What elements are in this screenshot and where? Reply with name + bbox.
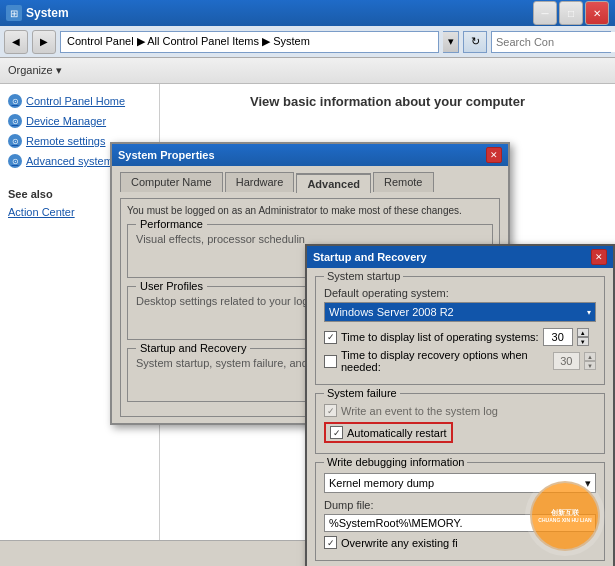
sar-close-button[interactable]: ✕: [591, 249, 607, 265]
default-os-arrow: ▾: [587, 308, 591, 317]
auto-restart-label: Automatically restart: [347, 427, 447, 439]
toolbar: Organize ▾: [0, 58, 615, 84]
recovery-options-label: Time to display recovery options when ne…: [341, 349, 549, 373]
minimize-button[interactable]: ─: [533, 1, 557, 25]
path-text: Control Panel ▶ All Control Panel Items …: [67, 35, 310, 48]
system-startup-title: System startup: [324, 270, 403, 282]
write-event-checkbox[interactable]: [324, 404, 337, 417]
recovery-time-down[interactable]: ▼: [584, 361, 596, 370]
write-event-row: Write an event to the system log: [324, 404, 596, 417]
os-list-time-field[interactable]: 30: [543, 328, 573, 346]
debug-type-value: Kernel memory dump: [329, 477, 434, 489]
system-failure-group: System failure Write an event to the sys…: [315, 393, 605, 454]
overwrite-checkbox[interactable]: [324, 536, 337, 549]
default-os-label: Default operating system:: [324, 287, 596, 299]
computer-info: [174, 119, 601, 131]
auto-restart-highlighted-row: Automatically restart: [324, 422, 453, 443]
recovery-options-checkbox[interactable]: [324, 355, 337, 368]
sidebar-item-device-manager[interactable]: ⊙ Device Manager: [8, 114, 151, 128]
tab-remote[interactable]: Remote: [373, 172, 434, 192]
user-profiles-group-title: User Profiles: [136, 280, 207, 292]
failure-items: Write an event to the system log Automat…: [324, 404, 596, 445]
performance-group-title: Performance: [136, 218, 207, 230]
refresh-button[interactable]: ↻: [463, 31, 487, 53]
admin-notice: You must be logged on as an Administrato…: [127, 205, 493, 216]
forward-icon: ▶: [40, 36, 48, 47]
default-os-value: Windows Server 2008 R2: [329, 306, 454, 318]
sar-title-text: Startup and Recovery: [313, 251, 427, 263]
tab-hardware[interactable]: Hardware: [225, 172, 295, 192]
recovery-time-field[interactable]: 30: [553, 352, 580, 370]
close-button[interactable]: ✕: [585, 1, 609, 25]
remote-settings-icon: ⊙: [8, 134, 22, 148]
default-os-dropdown[interactable]: Windows Server 2008 R2 ▾: [324, 302, 596, 322]
dialog-title-bar: System Properties ✕: [112, 144, 508, 166]
auto-restart-checkbox[interactable]: [330, 426, 343, 439]
os-list-label: Time to display list of operating system…: [341, 331, 539, 343]
sidebar-item-control-panel-home[interactable]: ⊙ Control Panel Home: [8, 94, 151, 108]
dialog-title-text: System Properties: [118, 149, 215, 161]
os-list-checkbox[interactable]: [324, 331, 337, 344]
watermark-line1: 创新互联: [551, 508, 579, 517]
sidebar-item-label: Advanced system: [26, 155, 113, 167]
dump-file-value: %SystemRoot%\MEMORY.: [329, 517, 462, 529]
title-bar: ⊞ System ─ □ ✕: [0, 0, 615, 26]
tab-computer-name[interactable]: Computer Name: [120, 172, 223, 192]
watermark-line2: CHUANG XIN HU LIAN: [538, 517, 591, 524]
sidebar-item-label: Device Manager: [26, 115, 106, 127]
watermark-inner: 创新互联 CHUANG XIN HU LIAN: [530, 481, 600, 551]
sidebar-item-label: Control Panel Home: [26, 95, 125, 107]
action-center-label: Action Center: [8, 206, 75, 218]
address-bar: ◀ ▶ Control Panel ▶ All Control Panel It…: [0, 26, 615, 58]
device-manager-icon: ⊙: [8, 114, 22, 128]
os-list-time-up[interactable]: ▲: [577, 328, 589, 337]
tab-bar: Computer Name Hardware Advanced Remote: [120, 172, 500, 192]
tab-advanced[interactable]: Advanced: [296, 173, 371, 193]
window-title: System: [26, 6, 529, 20]
sidebar-item-label: Remote settings: [26, 135, 105, 147]
system-startup-group: System startup Default operating system:…: [315, 276, 605, 385]
system-failure-title: System failure: [324, 387, 400, 399]
maximize-button[interactable]: □: [559, 1, 583, 25]
back-button[interactable]: ◀: [4, 30, 28, 54]
write-event-label: Write an event to the system log: [341, 405, 498, 417]
advanced-system-icon: ⊙: [8, 154, 22, 168]
main-area: ⊙ Control Panel Home ⊙ Device Manager ⊙ …: [0, 84, 615, 566]
checkbox-row-1: Time to display list of operating system…: [324, 328, 596, 346]
os-list-time-spinner: ▲ ▼: [577, 328, 589, 346]
search-input[interactable]: [492, 32, 615, 52]
address-dropdown-button[interactable]: ▾: [443, 31, 459, 53]
search-box: 🔍: [491, 31, 611, 53]
recovery-time-spinner: ▲ ▼: [584, 352, 596, 370]
startup-recovery-group-title: Startup and Recovery: [136, 342, 250, 354]
watermark: 创新互联 CHUANG XIN HU LIAN: [525, 476, 605, 556]
overwrite-label: Overwrite any existing fi: [341, 537, 458, 549]
page-title: View basic information about your comput…: [174, 94, 601, 109]
control-panel-home-icon: ⊙: [8, 94, 22, 108]
checkbox-row-2: Time to display recovery options when ne…: [324, 349, 596, 373]
recovery-time-up[interactable]: ▲: [584, 352, 596, 361]
write-debug-title: Write debugging information: [324, 456, 467, 468]
toolbar-label: Organize ▾: [8, 64, 62, 77]
refresh-icon: ↻: [471, 35, 480, 48]
checkbox-group-1: Time to display list of operating system…: [324, 328, 596, 373]
back-icon: ◀: [12, 36, 20, 47]
forward-button[interactable]: ▶: [32, 30, 56, 54]
sar-title-bar: Startup and Recovery ✕: [307, 246, 613, 268]
address-path[interactable]: Control Panel ▶ All Control Panel Items …: [60, 31, 439, 53]
window-icon: ⊞: [6, 5, 22, 21]
os-list-time-down[interactable]: ▼: [577, 337, 589, 346]
dialog-close-button[interactable]: ✕: [486, 147, 502, 163]
